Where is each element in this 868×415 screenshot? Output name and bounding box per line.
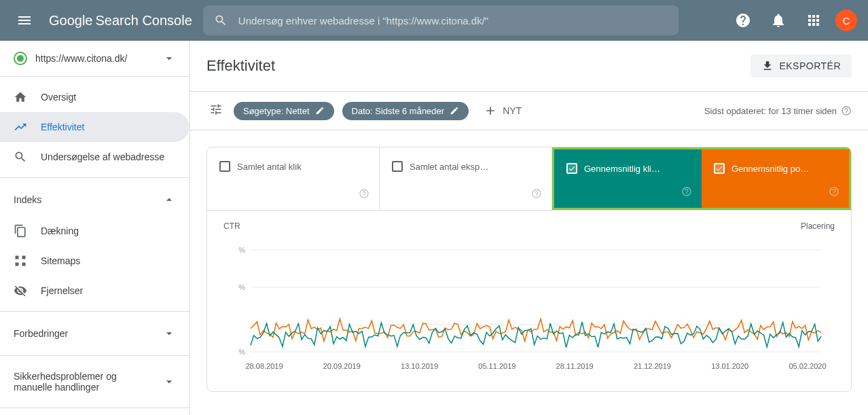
home-icon — [14, 90, 27, 104]
property-favicon — [14, 52, 27, 65]
hamburger-menu-icon[interactable] — [11, 7, 38, 34]
metric-label: Gennemsnitlig po… — [731, 164, 809, 174]
nav-label: Fjernelser — [41, 285, 83, 296]
search-input[interactable] — [238, 15, 668, 26]
performance-card: Samlet antal klik Samlet antal eksp… — [206, 147, 852, 392]
chevron-down-icon — [162, 52, 176, 65]
last-updated: Sidst opdateret: for 13 timer siden — [704, 105, 852, 116]
updated-label: Sidst opdateret: for 13 timer siden — [704, 106, 837, 116]
metric-label: Samlet antal klik — [237, 162, 302, 172]
export-button[interactable]: EKSPORTÉR — [751, 54, 852, 77]
metric-tab-impressions[interactable]: Samlet antal eksp… — [380, 147, 552, 210]
download-icon — [761, 60, 774, 72]
metrics-tabs: Samlet antal klik Samlet antal eksp… — [207, 147, 851, 211]
filter-chip-search-type[interactable]: Søgetype: Nettet — [234, 102, 334, 120]
logo-product-text: Search Console — [96, 13, 192, 29]
metric-tab-clicks[interactable]: Samlet antal klik — [207, 147, 380, 210]
svg-text:05.11.2019: 05.11.2019 — [478, 362, 516, 370]
sidebar-item-url-inspection[interactable]: Undersøgelse af webadresse — [0, 142, 189, 172]
plus-icon — [484, 104, 497, 118]
metric-tab-ctr[interactable]: Gennemsnitlig kli… — [554, 149, 702, 208]
filters-row: Søgetype: Nettet Dato: Sidste 6 måneder … — [190, 92, 868, 130]
sidebar-item-performance[interactable]: Effektivitet — [0, 112, 189, 142]
search-icon — [14, 150, 27, 164]
checkbox-checked-icon — [714, 163, 725, 174]
help-outline-icon[interactable] — [681, 186, 692, 200]
nav-label: Undersøgelse af webadresse — [41, 151, 164, 162]
svg-text:13.10.2019: 13.10.2019 — [401, 362, 438, 370]
svg-text:13.01.2020: 13.01.2020 — [711, 362, 748, 370]
sidebar-item-removals[interactable]: Fjernelser — [0, 276, 189, 306]
svg-text:%: % — [238, 246, 245, 254]
section-label: Indeks — [14, 194, 41, 205]
apps-icon[interactable] — [800, 7, 827, 34]
section-label: Forbedringer — [14, 328, 68, 339]
checkbox-icon — [392, 161, 403, 172]
chip-label: Dato: Sidste 6 måneder — [352, 106, 445, 116]
property-selector[interactable]: https://www.citona.dk/ — [0, 41, 189, 77]
chevron-up-icon — [162, 193, 176, 206]
nav-label: Effektivitet — [41, 122, 84, 132]
sidebar-section-security[interactable]: Sikkerhedsproblemer og manuelle handling… — [0, 361, 189, 402]
add-filter-button[interactable]: NYT — [477, 100, 528, 122]
sidebar-item-coverage[interactable]: Dækning — [0, 216, 189, 246]
highlighted-metrics: Gennemsnitlig kli… Gennemsnitlig po… — [552, 147, 851, 210]
section-label: Sikkerhedsproblemer og manuelle handling… — [14, 371, 149, 393]
visibility-off-icon — [14, 284, 27, 297]
nav-label: Oversigt — [41, 92, 76, 103]
checkbox-checked-icon — [566, 163, 577, 174]
sidebar-section-index[interactable]: Indeks — [0, 183, 189, 216]
chart-left-axis-label: CTR — [223, 221, 240, 231]
help-outline-icon[interactable] — [359, 188, 369, 202]
sidebar-section-enhancements[interactable]: Forbedringer — [0, 317, 189, 350]
chevron-down-icon — [162, 327, 176, 340]
edit-icon — [450, 106, 459, 115]
svg-text:21.12.2019: 21.12.2019 — [634, 362, 671, 370]
main-header: Effektivitet EKSPORTÉR — [190, 41, 868, 92]
svg-text:28.11.2019: 28.11.2019 — [556, 362, 594, 370]
logo-google-text: Google — [49, 13, 93, 29]
metric-tab-position[interactable]: Gennemsnitlig po… — [702, 149, 849, 208]
metric-label: Gennemsnitlig kli… — [584, 164, 660, 174]
svg-text:28.08.2019: 28.08.2019 — [245, 362, 283, 370]
svg-text:05.02.2020: 05.02.2020 — [789, 362, 826, 370]
svg-text:%: % — [238, 283, 245, 291]
trending-icon — [14, 120, 27, 134]
copy-icon — [14, 224, 27, 238]
help-icon[interactable] — [729, 7, 757, 34]
avatar[interactable]: C — [835, 10, 857, 31]
chart-right-axis-label: Placering — [801, 221, 835, 231]
page-title: Effektivitet — [206, 57, 275, 75]
export-label: EKSPORTÉR — [779, 60, 841, 71]
metric-label: Samlet antal eksp… — [410, 162, 488, 172]
svg-text:20.09.2019: 20.09.2019 — [323, 362, 361, 370]
nav-label: Dækning — [41, 225, 79, 236]
sidebar-item-sitemaps[interactable]: Sitemaps — [0, 246, 189, 276]
nav-label: Sitemaps — [41, 255, 80, 266]
chart-area: CTR Placering % % % 28.08.201920.09.2019… — [207, 211, 851, 391]
chevron-down-icon — [162, 375, 176, 389]
add-filter-label: NYT — [503, 105, 522, 116]
sidebar-item-overview[interactable]: Oversigt — [0, 82, 189, 112]
main-content: Effektivitet EKSPORTÉR Søgetype: Nettet … — [190, 41, 868, 415]
search-box[interactable] — [203, 5, 679, 35]
sitemap-icon — [14, 254, 27, 268]
sidebar: https://www.citona.dk/ Oversigt Effektiv… — [0, 41, 190, 415]
chip-label: Søgetype: Nettet — [243, 106, 310, 116]
svg-text:%: % — [238, 348, 245, 356]
help-outline-icon[interactable] — [841, 105, 852, 116]
checkbox-icon — [219, 161, 230, 172]
notifications-icon[interactable] — [765, 7, 792, 34]
search-icon — [214, 14, 228, 27]
property-url: https://www.citona.dk/ — [35, 53, 154, 64]
filter-chip-date[interactable]: Dato: Sidste 6 måneder — [342, 102, 469, 120]
help-outline-icon[interactable] — [829, 186, 839, 200]
product-logo: Google Search Console — [49, 13, 192, 29]
edit-icon — [315, 106, 325, 115]
performance-chart[interactable]: % % % 28.08.201920.09.201913.10.201905.1… — [223, 236, 835, 372]
topbar-actions: C — [729, 7, 857, 34]
filter-icon[interactable] — [206, 100, 225, 122]
help-outline-icon[interactable] — [531, 188, 542, 202]
topbar: Google Search Console C — [0, 0, 868, 41]
